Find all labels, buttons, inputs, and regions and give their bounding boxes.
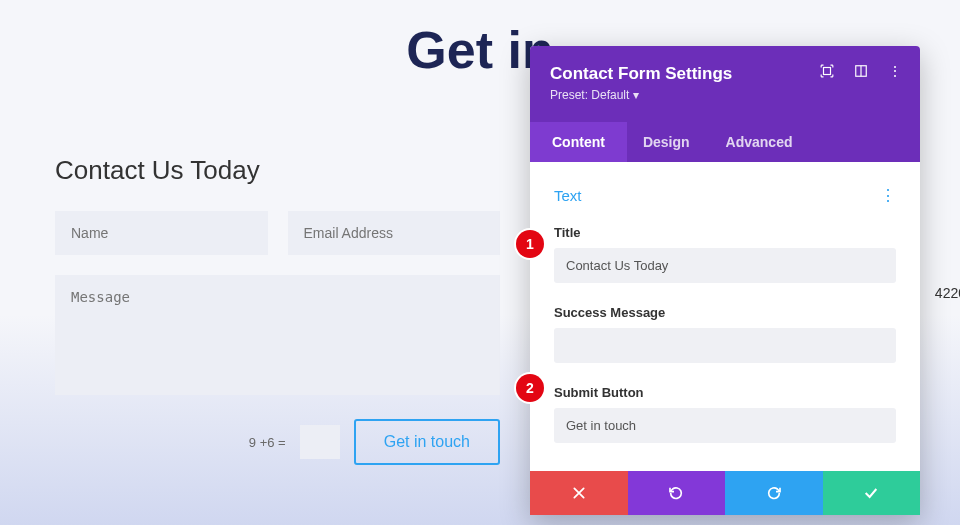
redo-button[interactable] bbox=[725, 471, 823, 515]
close-icon bbox=[572, 486, 586, 500]
expand-icon[interactable] bbox=[820, 64, 834, 78]
kebab-icon[interactable]: ⋮ bbox=[888, 64, 902, 78]
email-input[interactable] bbox=[288, 211, 501, 255]
tab-advanced[interactable]: Advanced bbox=[726, 122, 793, 162]
undo-button[interactable] bbox=[628, 471, 726, 515]
panel-tabs: Content Design Advanced bbox=[550, 122, 900, 162]
annotation-badge-1: 1 bbox=[516, 230, 544, 258]
contact-form: Contact Us Today 9 +6 = Get in touch bbox=[55, 155, 500, 465]
section-kebab-icon[interactable]: ⋮ bbox=[880, 186, 896, 205]
success-label: Success Message bbox=[554, 305, 896, 320]
preset-selector[interactable]: Preset: Default ▾ bbox=[550, 88, 900, 102]
tab-design[interactable]: Design bbox=[643, 122, 690, 162]
stray-number: 4220 bbox=[935, 285, 960, 301]
name-input[interactable] bbox=[55, 211, 268, 255]
submit-button-label: Submit Button bbox=[554, 385, 896, 400]
chevron-down-icon: ▾ bbox=[633, 88, 639, 102]
settings-panel: Contact Form Settings Preset: Default ▾ … bbox=[530, 46, 920, 515]
title-input[interactable] bbox=[554, 248, 896, 283]
form-title: Contact Us Today bbox=[55, 155, 500, 186]
message-textarea[interactable] bbox=[55, 275, 500, 395]
redo-icon bbox=[766, 485, 782, 501]
submit-button[interactable]: Get in touch bbox=[354, 419, 500, 465]
save-button[interactable] bbox=[823, 471, 921, 515]
captcha-answer-input[interactable] bbox=[300, 425, 340, 459]
panel-body: Text ⋮ Title Success Message Submit Butt… bbox=[530, 162, 920, 471]
tab-content[interactable]: Content bbox=[530, 122, 627, 162]
panel-footer bbox=[530, 471, 920, 515]
undo-icon bbox=[668, 485, 684, 501]
svg-rect-0 bbox=[824, 68, 831, 75]
submit-button-input[interactable] bbox=[554, 408, 896, 443]
panel-header: Contact Form Settings Preset: Default ▾ … bbox=[530, 46, 920, 162]
check-icon bbox=[863, 485, 879, 501]
success-message-input[interactable] bbox=[554, 328, 896, 363]
section-title: Text bbox=[554, 187, 582, 204]
columns-icon[interactable] bbox=[854, 64, 868, 78]
title-label: Title bbox=[554, 225, 896, 240]
annotation-badge-2: 2 bbox=[516, 374, 544, 402]
captcha-question: 9 +6 = bbox=[249, 435, 286, 450]
preset-label: Preset: Default bbox=[550, 88, 629, 102]
cancel-button[interactable] bbox=[530, 471, 628, 515]
